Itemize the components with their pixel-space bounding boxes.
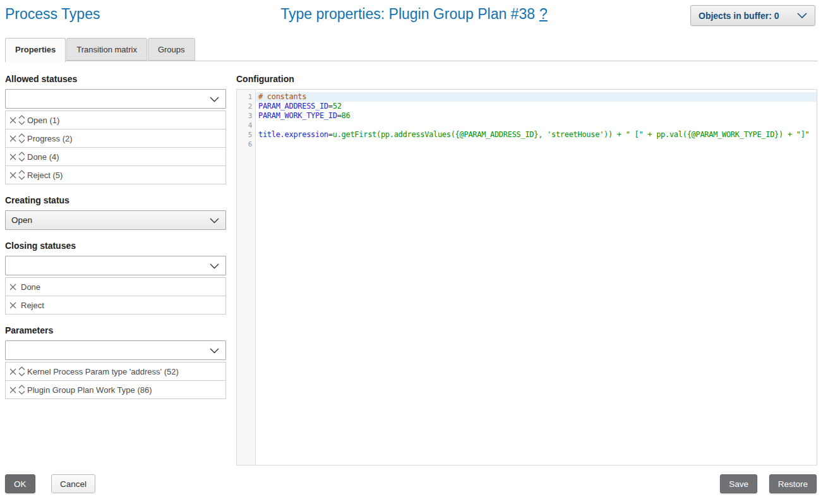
code-token-value: u.getFirst(pp.addressValues({@PARAM_ADDR… bbox=[333, 130, 810, 139]
configuration-panel: Configuration 123456 # constantsPARAM_AD… bbox=[236, 69, 817, 465]
code-line-1: # constants bbox=[256, 92, 817, 102]
parameter-item-label: Kernel Process Param type 'address' (52) bbox=[27, 367, 179, 376]
remove-icon[interactable] bbox=[9, 171, 17, 179]
parameters-list: Kernel Process Param type 'address' (52)… bbox=[5, 362, 226, 399]
move-up-down-icon[interactable] bbox=[18, 383, 26, 396]
chevron-down-icon bbox=[797, 13, 807, 18]
closing-status-row: Reject bbox=[5, 296, 226, 315]
closing-statuses-label: Closing statuses bbox=[5, 241, 226, 251]
configuration-label: Configuration bbox=[236, 74, 817, 84]
code-token-value: 52 bbox=[333, 102, 342, 111]
remove-icon[interactable] bbox=[9, 301, 17, 309]
parameter-row: Kernel Process Param type 'address' (52) bbox=[5, 362, 226, 381]
line-number: 3 bbox=[237, 111, 255, 121]
code-token-comment: # constants bbox=[258, 92, 306, 101]
remove-icon[interactable] bbox=[9, 135, 17, 143]
move-up-down-icon[interactable] bbox=[18, 365, 26, 378]
closing-statuses-list: DoneReject bbox=[5, 277, 226, 315]
allowed-statuses-select[interactable] bbox=[5, 89, 226, 109]
line-number: 4 bbox=[237, 121, 255, 130]
chevron-down-icon bbox=[210, 263, 219, 269]
code-token-key: PARAM_ADDRESS_ID bbox=[258, 102, 328, 111]
chevron-down-icon bbox=[210, 218, 219, 224]
ok-button[interactable]: OK bbox=[5, 474, 35, 493]
restore-button[interactable]: Restore bbox=[769, 474, 817, 493]
parameter-row: Plugin Group Plan Work Type (86) bbox=[5, 380, 226, 399]
line-number: 5 bbox=[237, 130, 255, 140]
tab-bar: PropertiesTransition matrixGroups bbox=[5, 38, 818, 61]
chevron-down-icon bbox=[210, 97, 219, 102]
dialog-title-text: Type properties: Plugin Group Plan #38 bbox=[280, 6, 535, 22]
allowed-status-row: Reject (5) bbox=[5, 165, 226, 184]
objects-in-buffer-button[interactable]: Objects in buffer: 0 bbox=[690, 5, 815, 26]
editor-code-area[interactable]: # constantsPARAM_ADDRESS_ID=52PARAM_WORK… bbox=[256, 90, 817, 465]
move-up-down-icon[interactable] bbox=[18, 132, 26, 145]
code-line-4 bbox=[256, 121, 817, 130]
code-line-3: PARAM_WORK_TYPE_ID=86 bbox=[256, 111, 817, 121]
creating-status-select-value: Open bbox=[11, 215, 32, 225]
allowed-statuses-list: Open (1)Progress (2)Done (4)Reject (5) bbox=[5, 111, 226, 184]
creating-status-select[interactable]: Open bbox=[5, 210, 226, 230]
closing-statuses-select[interactable] bbox=[5, 256, 226, 275]
dialog-title: Type properties: Plugin Group Plan #38? bbox=[280, 6, 548, 23]
creating-status-label: Creating status bbox=[5, 195, 226, 205]
remove-icon[interactable] bbox=[9, 283, 17, 291]
cancel-button[interactable]: Cancel bbox=[51, 474, 95, 493]
parameter-item-label: Plugin Group Plan Work Type (86) bbox=[27, 385, 152, 395]
code-token-key: title.expression bbox=[258, 130, 328, 139]
code-token-plain: = bbox=[328, 102, 333, 111]
allowed-status-row: Done (4) bbox=[5, 147, 226, 166]
allowed-status-row: Progress (2) bbox=[5, 129, 226, 148]
allowed-status-item-label: Progress (2) bbox=[27, 134, 73, 143]
configuration-editor[interactable]: 123456 # constantsPARAM_ADDRESS_ID=52PAR… bbox=[236, 89, 817, 465]
remove-icon[interactable] bbox=[9, 153, 17, 161]
code-token-value: 86 bbox=[342, 111, 351, 120]
remove-icon[interactable] bbox=[9, 386, 17, 394]
remove-icon[interactable] bbox=[9, 368, 17, 376]
tab-transition-matrix[interactable]: Transition matrix bbox=[66, 38, 147, 61]
closing-status-row: Done bbox=[5, 277, 226, 296]
closing-status-item-label: Done bbox=[21, 282, 40, 292]
line-number: 2 bbox=[237, 102, 255, 111]
parameters-label: Parameters bbox=[5, 325, 226, 335]
move-up-down-icon[interactable] bbox=[18, 150, 26, 163]
allowed-status-item-label: Open (1) bbox=[27, 116, 59, 125]
page-title: Process Types bbox=[5, 6, 100, 23]
save-button[interactable]: Save bbox=[720, 474, 757, 493]
remove-icon[interactable] bbox=[9, 116, 17, 124]
help-link[interactable]: ? bbox=[539, 6, 548, 22]
code-token-plain: = bbox=[328, 130, 333, 139]
code-line-2: PARAM_ADDRESS_ID=52 bbox=[256, 102, 817, 111]
code-line-5: title.expression=u.getFirst(pp.addressVa… bbox=[256, 130, 817, 140]
tab-groups[interactable]: Groups bbox=[148, 38, 195, 61]
parameters-select[interactable] bbox=[5, 340, 226, 360]
allowed-status-row: Open (1) bbox=[5, 111, 226, 129]
chevron-down-icon bbox=[210, 348, 219, 354]
tab-properties[interactable]: Properties bbox=[5, 38, 66, 62]
line-number: 6 bbox=[237, 140, 255, 149]
code-line-6 bbox=[256, 140, 817, 149]
allowed-status-item-label: Reject (5) bbox=[27, 171, 63, 180]
code-token-key: PARAM_WORK_TYPE_ID bbox=[258, 111, 337, 120]
line-number: 1 bbox=[237, 92, 255, 102]
code-token-plain: = bbox=[337, 111, 342, 120]
closing-status-item-label: Reject bbox=[21, 301, 44, 310]
left-panel: Allowed statuses Open (1)Progress (2)Don… bbox=[5, 69, 226, 399]
move-up-down-icon[interactable] bbox=[18, 169, 26, 181]
allowed-statuses-label: Allowed statuses bbox=[5, 74, 226, 84]
editor-gutter: 123456 bbox=[237, 90, 256, 465]
objects-in-buffer-label: Objects in buffer: 0 bbox=[699, 11, 779, 21]
move-up-down-icon[interactable] bbox=[18, 114, 26, 126]
allowed-status-item-label: Done (4) bbox=[27, 152, 59, 162]
